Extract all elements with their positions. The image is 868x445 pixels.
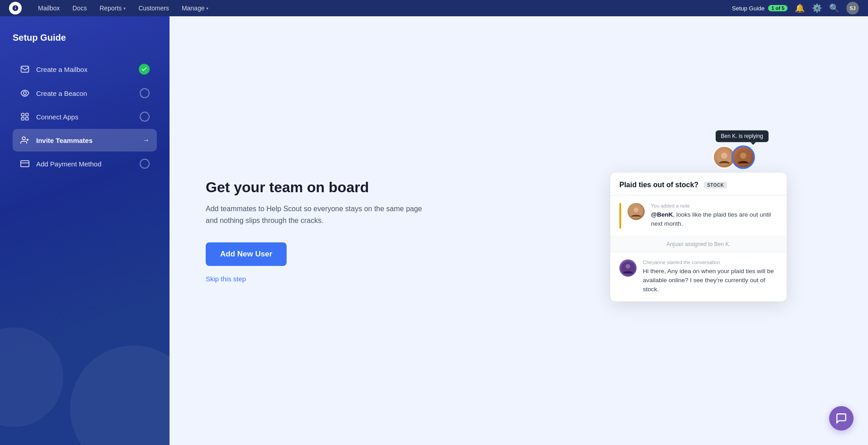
nav-reports[interactable]: Reports ▾ [94, 3, 131, 14]
sidebar-item-add-payment[interactable]: Add Payment Method [13, 152, 157, 175]
sidebar-title: Setup Guide [13, 33, 157, 43]
cheyanne-text: Cheyanne started the conversation Hi the… [643, 259, 778, 294]
create-mailbox-label: Create a Mailbox [36, 66, 132, 73]
main-layout: Setup Guide Create a Mailbox [0, 16, 868, 445]
invite-icon [20, 135, 30, 145]
svg-point-1 [24, 92, 27, 95]
nav-manage[interactable]: Manage ▾ [176, 3, 214, 14]
note-meta: You added a note [651, 203, 778, 208]
sidebar-item-connect-apps[interactable]: Connect Apps [13, 105, 157, 128]
svg-rect-0 [21, 66, 29, 72]
setup-guide-label: Setup Guide [732, 5, 764, 12]
svg-rect-4 [22, 118, 24, 120]
svg-point-6 [22, 137, 25, 140]
main-heading: Get your team on board [206, 179, 423, 196]
nav-links: Mailbox Docs Reports ▾ Customers Manage … [33, 3, 732, 14]
add-payment-label: Add Payment Method [36, 160, 133, 168]
sidebar: Setup Guide Create a Mailbox [0, 16, 170, 445]
main-subtext: Add teammates to Help Scout so everyone … [206, 203, 423, 226]
sidebar-item-invite-teammates[interactable]: Invite Teammates → [13, 129, 157, 151]
search-icon[interactable]: 🔍 [829, 3, 839, 13]
svg-point-16 [634, 208, 639, 213]
payment-icon [20, 159, 30, 169]
nav-customers[interactable]: Customers [133, 3, 175, 14]
beacon-icon [20, 88, 30, 98]
sidebar-item-create-beacon[interactable]: Create a Beacon [13, 82, 157, 104]
svg-rect-2 [22, 114, 24, 116]
avatar-cheyanne [619, 259, 637, 276]
cheyanne-message: Hi there, Any idea on when your plaid ti… [643, 266, 778, 294]
add-new-user-button[interactable]: Add New User [206, 242, 287, 266]
svg-rect-3 [26, 114, 28, 116]
thread-item-note: You added a note @BenK, looks like the p… [610, 196, 787, 237]
chat-fab-button[interactable] [829, 406, 854, 431]
app-logo[interactable] [9, 2, 22, 14]
main-content-area: Get your team on board Add teammates to … [170, 16, 868, 445]
svg-point-18 [626, 264, 631, 269]
nav-docs[interactable]: Docs [67, 3, 92, 14]
user-avatar[interactable]: SJ [846, 2, 859, 14]
note-text: You added a note @BenK, looks like the p… [651, 203, 778, 229]
svg-rect-9 [21, 161, 29, 166]
thread-item-message: Cheyanne started the conversation Hi the… [610, 252, 787, 302]
pending-circle-icon2 [140, 112, 150, 122]
settings-icon[interactable]: ⚙️ [812, 3, 822, 13]
avatar-benk [627, 203, 645, 220]
active-arrow-icon: → [142, 136, 150, 144]
svg-point-14 [740, 152, 746, 159]
setup-progress-badge: 1 of 5 [768, 5, 788, 11]
conversation-card: Plaid ties out of stock? STOCK You [610, 173, 787, 302]
skip-step-link[interactable]: Skip this step [206, 275, 423, 283]
done-check-icon [139, 64, 150, 75]
yellow-bar [619, 203, 621, 229]
assigned-row: Anjuan assigned to Ben K. [610, 236, 787, 252]
card-title: Plaid ties out of stock? [619, 181, 698, 189]
connect-apps-icon [20, 112, 30, 122]
connect-apps-label: Connect Apps [36, 113, 133, 121]
nav-right-section: Setup Guide 1 of 5 🔔 ⚙️ 🔍 SJ [732, 2, 859, 14]
stock-badge: STOCK [704, 181, 727, 188]
invite-teammates-section: Get your team on board Add teammates to … [206, 179, 423, 283]
floating-avatars [712, 146, 755, 169]
svg-rect-5 [26, 118, 28, 120]
card-header: Plaid ties out of stock? STOCK [610, 173, 787, 196]
note-message: @BenK, looks like the plaid ties are out… [651, 210, 778, 229]
replying-tooltip: Ben K. is replying [716, 130, 769, 142]
setup-guide-button[interactable]: Setup Guide 1 of 5 [732, 5, 788, 12]
invite-teammates-label: Invite Teammates [36, 137, 136, 144]
create-beacon-label: Create a Beacon [36, 90, 133, 97]
sidebar-item-create-mailbox[interactable]: Create a Mailbox [13, 57, 157, 81]
reports-chevron-icon: ▾ [123, 6, 126, 11]
svg-point-12 [721, 152, 727, 159]
sidebar-items: Create a Mailbox Create a Beacon [13, 57, 157, 175]
top-navigation: Mailbox Docs Reports ▾ Customers Manage … [0, 0, 868, 16]
notifications-icon[interactable]: 🔔 [795, 3, 805, 13]
manage-chevron-icon: ▾ [206, 6, 208, 11]
pending-circle-icon3 [140, 159, 150, 169]
nav-mailbox[interactable]: Mailbox [33, 3, 65, 14]
pending-circle-icon [140, 88, 150, 98]
avatar-person2 [731, 146, 755, 169]
cheyanne-meta: Cheyanne started the conversation [643, 259, 778, 265]
mailbox-icon [20, 64, 30, 74]
